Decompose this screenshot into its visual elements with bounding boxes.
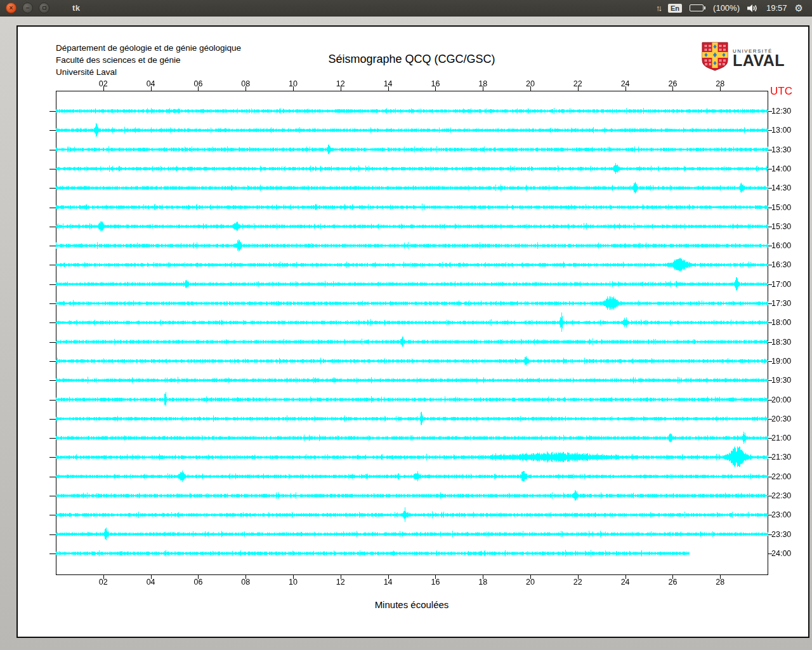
minute-tick-label-top: 02 [99,79,108,88]
utc-time-label: 18:30 [771,338,791,347]
utc-time-label: 20:00 [771,395,791,404]
window-controls: × – [0,3,49,13]
battery-icon[interactable] [690,4,705,11]
network-icon[interactable]: ↑↓ [656,3,660,13]
seismograph-plot [43,81,780,585]
utc-time-label: 15:00 [771,203,791,212]
utc-time-label: 14:30 [771,183,791,192]
utc-time-label: 22:30 [771,491,791,500]
utc-time-label: 19:00 [771,357,791,366]
minute-tick-label-top: 16 [431,79,440,88]
minute-tick-label-top: 12 [336,79,345,88]
minute-tick-label-bottom: 18 [478,578,487,587]
session-gear-icon[interactable]: ⚙ [795,3,803,14]
minute-tick-label-bottom: 16 [431,578,440,587]
window-title: tk [72,3,81,13]
x-axis-title: Minutes écoulées [56,599,768,610]
utc-time-label: 21:30 [771,453,791,461]
utc-time-label: 16:00 [771,241,791,250]
battery-percent-label: (100%) [713,3,740,13]
minute-tick-label-top: 06 [193,79,202,88]
minute-tick-label-bottom: 12 [336,578,345,587]
minute-tick-label-top: 28 [716,79,724,88]
utc-time-label: 17:00 [771,280,791,289]
utc-time-label: 17:30 [771,299,791,308]
minute-tick-label-bottom: 28 [716,578,724,587]
minute-tick-label-top: 20 [526,79,535,88]
utc-time-label: 22:00 [771,472,791,481]
minute-tick-label-bottom: 04 [147,578,155,587]
utc-time-label: 23:00 [771,510,791,519]
laval-shield-icon [702,42,728,74]
close-button[interactable]: × [6,3,16,13]
utc-time-label: 23:30 [771,530,791,539]
minute-tick-label-bottom: 22 [573,578,582,587]
desktop: { "titlebar": { "window_title": "tk", "c… [0,0,812,650]
utc-time-label: 21:00 [771,434,791,442]
minute-tick-label-bottom: 02 [99,578,108,587]
utc-time-label: 12:30 [771,107,791,116]
page-title: Séismographe QCQ (CGC/GSC) [56,53,768,66]
utc-axis-title: UTC [770,85,802,98]
minute-tick-label-bottom: 10 [289,578,298,587]
minute-tick-label-top: 24 [621,79,630,88]
laval-wordmark: UNIVERSITÉ LAVAL [733,48,785,67]
titlebar: × – tk ↑↓ En (100%) 19:57 ⚙ [0,0,812,17]
minute-tick-label-top: 26 [668,79,677,88]
minute-tick-label-top: 22 [573,79,582,88]
tk-window: Département de géologie et de génie géol… [18,27,808,637]
status-indicators: ↑↓ En (100%) 19:57 ⚙ [656,3,812,14]
utc-time-label: 20:30 [771,415,791,423]
keyboard-layout-indicator[interactable]: En [668,4,682,13]
utc-time-label: 14:00 [771,164,791,173]
utc-time-label: 18:00 [771,318,791,327]
minute-tick-label-top: 18 [478,79,487,88]
minute-tick-label-top: 04 [147,79,155,88]
maximize-icon [43,6,46,10]
universite-laval-logo: UNIVERSITÉ LAVAL [702,42,785,74]
volume-icon[interactable] [747,4,759,13]
utc-time-label: 16:30 [771,260,791,269]
logo-bottom-text: LAVAL [733,54,785,67]
utc-time-label: 19:30 [771,376,791,385]
minimize-button[interactable]: – [22,3,33,13]
minute-tick-label-bottom: 14 [384,578,393,587]
minute-tick-label-top: 10 [289,79,298,88]
address-line-3: Université Laval [56,66,241,78]
utc-time-label: 15:30 [771,222,791,231]
minute-tick-label-bottom: 24 [621,578,630,587]
utc-time-label: 13:30 [771,145,791,154]
maximize-button[interactable] [39,3,49,13]
minute-tick-label-top: 14 [384,79,393,88]
minute-tick-label-bottom: 20 [526,578,535,587]
minute-tick-label-bottom: 08 [241,578,250,587]
utc-time-label: 24:00 [771,549,791,558]
utc-time-label: 13:00 [771,126,791,135]
clock[interactable]: 19:57 [766,3,787,13]
minute-tick-label-bottom: 26 [668,578,677,587]
minute-tick-label-bottom: 06 [193,578,202,587]
minute-tick-label-top: 08 [241,79,250,88]
